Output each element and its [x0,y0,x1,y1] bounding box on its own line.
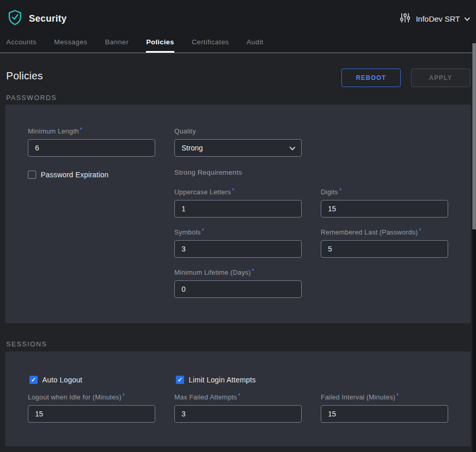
field-symbols: Symbols* [174,228,302,258]
device-selector[interactable]: InfoDev SRT [400,12,469,25]
field-minimum-lifetime: Minimum Lifetime (Days)* [174,269,302,298]
tab-policies[interactable]: Policies [146,31,174,53]
remembered-last-label: Remembered Last (Passwords)* [321,228,448,236]
required-marker: * [202,227,204,235]
page-title: Policies [6,70,43,82]
content-area: Policies REBOOT APPLY PASSWORDS Minimum … [0,54,476,452]
shield-check-icon [7,9,23,28]
field-failed-interval: Failed Interval (Minutes)* [321,393,448,423]
remembered-last-input[interactable] [321,240,448,258]
auto-logout-checkbox[interactable] [29,376,38,384]
scrollbar-thumb[interactable] [472,43,476,229]
required-marker: * [252,267,254,275]
limit-login-attempts-row: Limit Login Attempts [176,376,256,384]
required-marker: * [232,187,235,194]
field-max-failed-attempts: Max Failed Attempts* [174,393,302,423]
required-marker: * [238,392,241,399]
tab-banner[interactable]: Banner [105,31,128,53]
logout-idle-label: Logout when Idle for (Minutes)* [28,393,155,401]
minimum-lifetime-label: Minimum Lifetime (Days)* [174,269,302,276]
uppercase-letters-input[interactable] [174,200,302,217]
uppercase-letters-label: Uppercase Letters* [174,188,302,196]
digits-input[interactable] [321,200,448,217]
chevron-down-icon [464,15,470,21]
field-minimum-length: Minimum Length* [28,127,155,157]
limit-login-attempts-label: Limit Login Attempts [189,376,256,384]
field-uppercase-letters: Uppercase Letters* [174,188,302,217]
required-marker: * [80,126,83,133]
chevron-down-icon [289,144,295,150]
password-expiration-checkbox[interactable] [28,171,36,179]
limit-login-attempts-checkbox[interactable] [176,376,184,384]
failed-interval-input[interactable] [321,405,448,423]
passwords-panel: Minimum Length* Quality Strong Password … [5,105,471,323]
tab-messages[interactable]: Messages [54,31,88,53]
digits-label: Digits* [321,188,448,196]
symbols-input[interactable] [174,240,302,258]
tab-accounts[interactable]: Accounts [6,31,37,53]
strong-requirements-label: Strong Requirements [174,169,242,176]
symbols-label: Symbols* [174,228,302,236]
app-header: Security [7,9,67,28]
tab-bar: Accounts Messages Banner Policies Certif… [0,31,476,53]
max-failed-attempts-input[interactable] [174,405,302,423]
passwords-section-label: PASSWORDS [6,94,57,102]
sessions-panel: Auto Logout Limit Login Attempts Logout … [5,351,471,446]
reboot-button[interactable]: REBOOT [341,69,401,87]
top-bar: Security InfoDev SRT Accounts Messages B… [0,0,476,53]
minimum-length-label: Minimum Length* [28,127,155,135]
quality-label: Quality [174,127,302,135]
minimum-length-input[interactable] [28,139,155,157]
required-marker: * [123,392,125,399]
quality-select[interactable]: Strong [174,139,302,157]
password-expiration-label: Password Expiration [41,171,108,179]
required-marker: * [396,392,399,399]
sliders-icon [400,12,411,25]
auto-logout-label: Auto Logout [42,376,83,384]
password-expiration-row: Password Expiration [28,171,108,179]
required-marker: * [419,227,421,235]
max-failed-attempts-label: Max Failed Attempts* [174,393,302,401]
field-remembered-last: Remembered Last (Passwords)* [321,228,448,258]
required-marker: * [339,187,342,194]
page-header-title: Security [29,13,67,24]
field-logout-idle: Logout when Idle for (Minutes)* [28,393,155,423]
field-quality: Quality Strong [174,127,302,157]
logout-idle-input[interactable] [28,405,155,423]
apply-button[interactable]: APPLY [411,69,470,87]
tab-certificates[interactable]: Certificates [192,31,229,53]
auto-logout-row: Auto Logout [29,376,83,384]
field-digits: Digits* [321,188,448,217]
tab-audit[interactable]: Audit [247,31,264,53]
device-name: InfoDev SRT [416,14,460,23]
minimum-lifetime-input[interactable] [174,280,302,298]
failed-interval-label: Failed Interval (Minutes)* [321,393,448,401]
quality-select-value: Strong [182,144,203,152]
sessions-section-label: SESSIONS [6,340,47,348]
